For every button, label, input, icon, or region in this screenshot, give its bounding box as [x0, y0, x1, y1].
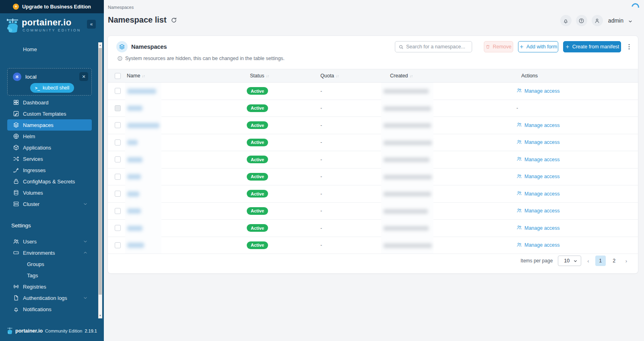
row-checkbox[interactable] [115, 191, 121, 197]
manage-access-label: Manage access [524, 242, 560, 248]
sidebar-item-registries[interactable]: Registries [7, 281, 92, 292]
dashboard-icon [13, 99, 19, 106]
namespaces-icon [13, 122, 19, 128]
manage-access-link[interactable]: Manage access [516, 173, 560, 180]
manage-access-link[interactable]: Manage access [516, 190, 560, 197]
column-header-quota[interactable]: Quota↓↑ [320, 73, 390, 79]
sidebar-item-label: Authentication logs [23, 295, 67, 301]
sidebar-item-helm[interactable]: Helm [7, 131, 92, 142]
row-checkbox[interactable] [115, 156, 121, 162]
sidebar-collapse-button[interactable]: « [87, 20, 96, 29]
sidebar-item-services[interactable]: Services [7, 153, 92, 164]
logo-title: portainer.io [22, 17, 81, 28]
column-header-name[interactable]: Name↓↑ [127, 73, 247, 79]
quota-cell: - [320, 105, 390, 111]
remove-button[interactable]: Remove [484, 41, 513, 52]
manage-access-link[interactable]: Manage access [516, 139, 560, 146]
table-row: Active-Manage access [108, 151, 638, 168]
create-from-manifest-button[interactable]: Create from manifest [563, 41, 621, 52]
user-menu[interactable]: admin [608, 17, 623, 24]
kubectl-shell-label: kubectl shell [43, 85, 69, 91]
environments-icon [13, 250, 19, 256]
table-settings-kebab-icon[interactable] [625, 43, 633, 51]
select-all-checkbox[interactable] [115, 73, 121, 79]
quota-cell: - [320, 123, 390, 128]
add-with-form-button[interactable]: Add with form [518, 41, 558, 52]
sidebar-item-dashboard[interactable]: Dashboard [7, 97, 92, 108]
kubectl-shell-button[interactable]: >_ kubectl shell [30, 83, 74, 93]
row-checkbox[interactable] [115, 174, 121, 180]
main-content: Namespaces admin Namespace list [104, 0, 644, 341]
column-header-created[interactable]: Created↓↑ [390, 73, 515, 79]
row-checkbox[interactable] [115, 88, 121, 94]
row-checkbox[interactable] [115, 139, 121, 146]
row-checkbox[interactable] [115, 225, 121, 231]
manage-access-link[interactable]: Manage access [516, 87, 560, 94]
sidebar-item-applications[interactable]: Applications [7, 142, 92, 153]
sidebar-scrollbar[interactable]: ▲ ▼ [98, 42, 102, 318]
quota-cell: - [320, 157, 390, 162]
home-icon [13, 46, 19, 52]
close-icon[interactable]: ✕ [79, 72, 88, 81]
manage-access-link[interactable]: Manage access [516, 225, 560, 231]
scroll-up-arrow-icon[interactable]: ▲ [99, 43, 102, 48]
help-icon[interactable] [576, 15, 587, 26]
page-number-2[interactable]: 2 [609, 256, 619, 266]
topbar: admin [560, 15, 633, 26]
sidebar-item-ingresses[interactable]: Ingresses [7, 164, 92, 176]
table-row: Active-- [108, 100, 638, 117]
sidebar-item-namespaces[interactable]: Namespaces [7, 119, 92, 131]
page-number-1[interactable]: 1 [595, 256, 606, 266]
quota-cell: - [320, 139, 390, 145]
row-checkbox[interactable] [115, 242, 121, 248]
manage-access-link[interactable]: Manage access [516, 156, 560, 163]
sidebar-item-users[interactable]: Users [7, 236, 92, 247]
remove-button-label: Remove [493, 44, 512, 50]
page-size-select[interactable]: 10 [558, 256, 581, 266]
sidebar-item-authentication-logs[interactable]: Authentication logs [7, 292, 92, 304]
prev-page-button[interactable]: ‹ [586, 258, 590, 264]
users-icon [13, 238, 19, 245]
manage-access-link[interactable]: Manage access [516, 122, 560, 129]
manage-access-link[interactable]: Manage access [516, 242, 560, 249]
row-checkbox[interactable] [115, 122, 121, 128]
manage-access-label: Manage access [524, 139, 560, 145]
redacted-created [384, 209, 428, 214]
scroll-down-arrow-icon[interactable]: ▼ [99, 313, 102, 318]
sidebar-item-custom-templates[interactable]: Custom Templates [7, 108, 92, 119]
notifications-icon [13, 306, 19, 312]
manage-access-link[interactable]: Manage access [516, 208, 560, 214]
next-page-button[interactable]: › [625, 258, 628, 264]
sort-arrows-icon: ↓↑ [142, 74, 145, 78]
sidebar-item-environments[interactable]: Environments [7, 247, 92, 258]
upgrade-banner-label: Upgrade to Business Edition [22, 4, 91, 10]
settings-section-label: Settings [11, 222, 104, 231]
sidebar-item-cluster[interactable]: Cluster [7, 198, 92, 210]
upgrade-banner[interactable]: Upgrade to Business Edition [0, 0, 104, 13]
sidebar-item-volumes[interactable]: Volumes [7, 187, 92, 198]
refresh-icon[interactable] [171, 17, 177, 23]
sidebar-main-menu: DashboardCustom TemplatesNamespacesHelmA… [0, 97, 104, 210]
chevron-down-icon [83, 239, 88, 244]
quota-cell: - [320, 208, 390, 214]
sidebar-item-tags[interactable]: Tags [7, 270, 92, 281]
column-header-status[interactable]: Status↓↑ [247, 73, 320, 79]
row-checkbox[interactable] [115, 208, 121, 214]
chevron-down-icon[interactable] [628, 18, 633, 23]
sidebar-item-notifications[interactable]: Notifications [7, 304, 92, 315]
sidebar-item-home[interactable]: Home [7, 44, 92, 55]
scrollbar-thumb[interactable] [99, 48, 102, 295]
breadcrumb[interactable]: Namespaces [108, 5, 134, 10]
row-checkbox [115, 105, 121, 111]
sidebar-item-configmaps-secrets[interactable]: ConfigMaps & Secrets [7, 176, 92, 187]
table-header-row: Name↓↑ Status↓↑ Quota↓↑ Created↓↑ Action… [108, 69, 638, 83]
sidebar-settings-menu: UsersEnvironmentsGroupsTagsRegistriesAut… [0, 236, 104, 315]
notifications-bell-icon[interactable] [560, 15, 572, 26]
redacted-name-column [125, 83, 161, 254]
sidebar-item-groups[interactable]: Groups [7, 258, 92, 270]
sidebar-item-label: Users [23, 239, 37, 245]
search-input[interactable] [406, 44, 469, 50]
user-avatar-icon[interactable] [592, 15, 603, 26]
manage-access-icon [516, 242, 522, 249]
create-from-manifest-label: Create from manifest [572, 44, 619, 50]
